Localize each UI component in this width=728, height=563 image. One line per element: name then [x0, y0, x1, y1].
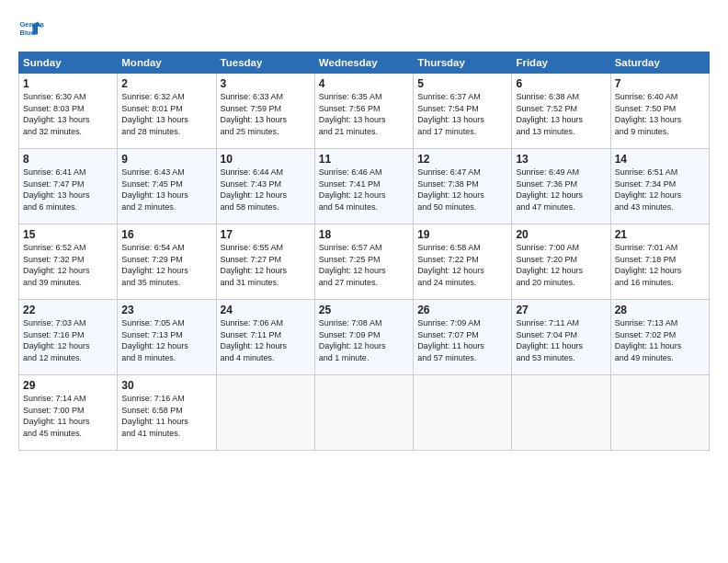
- logo-icon: General Blue: [18, 17, 44, 42]
- day-number: 26: [417, 304, 507, 316]
- day-number: 18: [319, 228, 409, 241]
- day-info: Sunrise: 7:00 AM Sunset: 7:20 PM Dayligh…: [516, 242, 606, 288]
- day-number: 5: [417, 77, 507, 90]
- day-info: Sunrise: 7:13 AM Sunset: 7:02 PM Dayligh…: [615, 317, 705, 363]
- day-number: 9: [121, 153, 211, 166]
- calendar-cell: 7Sunrise: 6:40 AM Sunset: 7:50 PM Daylig…: [610, 74, 709, 149]
- calendar-cell: 8Sunrise: 6:41 AM Sunset: 7:47 PM Daylig…: [19, 149, 118, 224]
- day-number: 7: [615, 77, 705, 90]
- day-of-week-sunday: Sunday: [19, 52, 118, 74]
- day-number: 21: [615, 228, 705, 241]
- day-info: Sunrise: 7:06 AM Sunset: 7:11 PM Dayligh…: [221, 317, 311, 363]
- day-number: 13: [516, 153, 606, 166]
- day-number: 29: [23, 379, 113, 392]
- day-number: 27: [516, 304, 606, 316]
- calendar-cell: 17Sunrise: 6:55 AM Sunset: 7:27 PM Dayli…: [216, 224, 314, 300]
- day-info: Sunrise: 6:46 AM Sunset: 7:41 PM Dayligh…: [319, 167, 409, 213]
- calendar-cell: 13Sunrise: 6:49 AM Sunset: 7:36 PM Dayli…: [512, 149, 610, 224]
- day-of-week-header-row: SundayMondayTuesdayWednesdayThursdayFrid…: [19, 52, 710, 74]
- day-info: Sunrise: 6:40 AM Sunset: 7:50 PM Dayligh…: [615, 91, 705, 137]
- day-of-week-thursday: Thursday: [414, 52, 512, 74]
- day-info: Sunrise: 6:32 AM Sunset: 8:01 PM Dayligh…: [121, 91, 211, 137]
- day-number: 16: [121, 228, 211, 241]
- day-info: Sunrise: 7:03 AM Sunset: 7:16 PM Dayligh…: [23, 317, 113, 363]
- calendar-cell: 28Sunrise: 7:13 AM Sunset: 7:02 PM Dayli…: [610, 300, 709, 375]
- day-of-week-tuesday: Tuesday: [216, 52, 314, 74]
- day-info: Sunrise: 6:38 AM Sunset: 7:52 PM Dayligh…: [516, 91, 606, 137]
- day-number: 17: [221, 228, 311, 241]
- calendar-body: 1Sunrise: 6:30 AM Sunset: 8:03 PM Daylig…: [19, 74, 710, 451]
- day-info: Sunrise: 6:37 AM Sunset: 7:54 PM Dayligh…: [417, 91, 507, 137]
- calendar-cell: 29Sunrise: 7:14 AM Sunset: 7:00 PM Dayli…: [19, 375, 118, 451]
- calendar-cell: 5Sunrise: 6:37 AM Sunset: 7:54 PM Daylig…: [414, 74, 512, 149]
- calendar-cell: 23Sunrise: 7:05 AM Sunset: 7:13 PM Dayli…: [118, 300, 216, 375]
- calendar-cell: 20Sunrise: 7:00 AM Sunset: 7:20 PM Dayli…: [512, 224, 610, 300]
- day-info: Sunrise: 6:49 AM Sunset: 7:36 PM Dayligh…: [516, 167, 606, 213]
- day-number: 28: [615, 304, 705, 316]
- calendar-cell: 22Sunrise: 7:03 AM Sunset: 7:16 PM Dayli…: [19, 300, 118, 375]
- day-info: Sunrise: 6:52 AM Sunset: 7:32 PM Dayligh…: [23, 242, 113, 288]
- calendar-cell: [314, 375, 413, 451]
- calendar-cell: 14Sunrise: 6:51 AM Sunset: 7:34 PM Dayli…: [610, 149, 709, 224]
- calendar-cell: 6Sunrise: 6:38 AM Sunset: 7:52 PM Daylig…: [512, 74, 610, 149]
- week-row-4: 22Sunrise: 7:03 AM Sunset: 7:16 PM Dayli…: [19, 300, 710, 375]
- svg-text:General: General: [19, 20, 44, 29]
- calendar-cell: 19Sunrise: 6:58 AM Sunset: 7:22 PM Dayli…: [414, 224, 512, 300]
- day-number: 19: [417, 228, 507, 241]
- day-number: 8: [23, 153, 113, 166]
- header: General Blue: [18, 17, 710, 42]
- day-info: Sunrise: 6:41 AM Sunset: 7:47 PM Dayligh…: [23, 167, 113, 213]
- calendar-cell: 4Sunrise: 6:35 AM Sunset: 7:56 PM Daylig…: [314, 74, 413, 149]
- calendar-cell: 12Sunrise: 6:47 AM Sunset: 7:38 PM Dayli…: [414, 149, 512, 224]
- day-number: 11: [319, 153, 409, 166]
- day-number: 3: [221, 77, 311, 90]
- day-info: Sunrise: 6:54 AM Sunset: 7:29 PM Dayligh…: [121, 242, 211, 288]
- day-number: 6: [516, 77, 606, 90]
- calendar-cell: 30Sunrise: 7:16 AM Sunset: 6:58 PM Dayli…: [118, 375, 216, 451]
- calendar-cell: 18Sunrise: 6:57 AM Sunset: 7:25 PM Dayli…: [314, 224, 413, 300]
- day-number: 25: [319, 304, 409, 316]
- calendar-cell: 16Sunrise: 6:54 AM Sunset: 7:29 PM Dayli…: [118, 224, 216, 300]
- day-info: Sunrise: 6:55 AM Sunset: 7:27 PM Dayligh…: [221, 242, 311, 288]
- day-info: Sunrise: 6:57 AM Sunset: 7:25 PM Dayligh…: [319, 242, 409, 288]
- day-info: Sunrise: 7:09 AM Sunset: 7:07 PM Dayligh…: [417, 317, 507, 363]
- calendar-cell: 9Sunrise: 6:43 AM Sunset: 7:45 PM Daylig…: [118, 149, 216, 224]
- day-info: Sunrise: 7:11 AM Sunset: 7:04 PM Dayligh…: [516, 317, 606, 363]
- day-info: Sunrise: 6:30 AM Sunset: 8:03 PM Dayligh…: [23, 91, 113, 137]
- day-number: 15: [23, 228, 113, 241]
- day-number: 2: [121, 77, 211, 90]
- day-number: 12: [417, 153, 507, 166]
- day-number: 20: [516, 228, 606, 241]
- calendar-cell: 25Sunrise: 7:08 AM Sunset: 7:09 PM Dayli…: [314, 300, 413, 375]
- calendar-cell: [414, 375, 512, 451]
- week-row-3: 15Sunrise: 6:52 AM Sunset: 7:32 PM Dayli…: [19, 224, 710, 300]
- calendar-cell: 10Sunrise: 6:44 AM Sunset: 7:43 PM Dayli…: [216, 149, 314, 224]
- day-info: Sunrise: 7:14 AM Sunset: 7:00 PM Dayligh…: [23, 393, 113, 439]
- logo: General Blue: [18, 17, 48, 42]
- day-of-week-saturday: Saturday: [610, 52, 709, 74]
- day-of-week-friday: Friday: [512, 52, 610, 74]
- day-number: 14: [615, 153, 705, 166]
- calendar-cell: [610, 375, 709, 451]
- calendar-cell: 26Sunrise: 7:09 AM Sunset: 7:07 PM Dayli…: [414, 300, 512, 375]
- day-number: 4: [319, 77, 409, 90]
- day-number: 30: [121, 379, 211, 392]
- calendar-cell: 3Sunrise: 6:33 AM Sunset: 7:59 PM Daylig…: [216, 74, 314, 149]
- day-number: 24: [221, 304, 311, 316]
- day-info: Sunrise: 6:33 AM Sunset: 7:59 PM Dayligh…: [221, 91, 311, 137]
- calendar-cell: 15Sunrise: 6:52 AM Sunset: 7:32 PM Dayli…: [19, 224, 118, 300]
- day-info: Sunrise: 6:35 AM Sunset: 7:56 PM Dayligh…: [319, 91, 409, 137]
- calendar-cell: [512, 375, 610, 451]
- day-info: Sunrise: 6:47 AM Sunset: 7:38 PM Dayligh…: [417, 167, 507, 213]
- day-info: Sunrise: 6:44 AM Sunset: 7:43 PM Dayligh…: [221, 167, 311, 213]
- day-info: Sunrise: 7:01 AM Sunset: 7:18 PM Dayligh…: [615, 242, 705, 288]
- week-row-1: 1Sunrise: 6:30 AM Sunset: 8:03 PM Daylig…: [19, 74, 710, 149]
- calendar-table: SundayMondayTuesdayWednesdayThursdayFrid…: [18, 52, 710, 451]
- calendar-cell: [216, 375, 314, 451]
- calendar-cell: 24Sunrise: 7:06 AM Sunset: 7:11 PM Dayli…: [216, 300, 314, 375]
- week-row-2: 8Sunrise: 6:41 AM Sunset: 7:47 PM Daylig…: [19, 149, 710, 224]
- day-of-week-monday: Monday: [118, 52, 216, 74]
- day-number: 1: [23, 77, 113, 90]
- day-info: Sunrise: 7:08 AM Sunset: 7:09 PM Dayligh…: [319, 317, 409, 363]
- day-number: 10: [221, 153, 311, 166]
